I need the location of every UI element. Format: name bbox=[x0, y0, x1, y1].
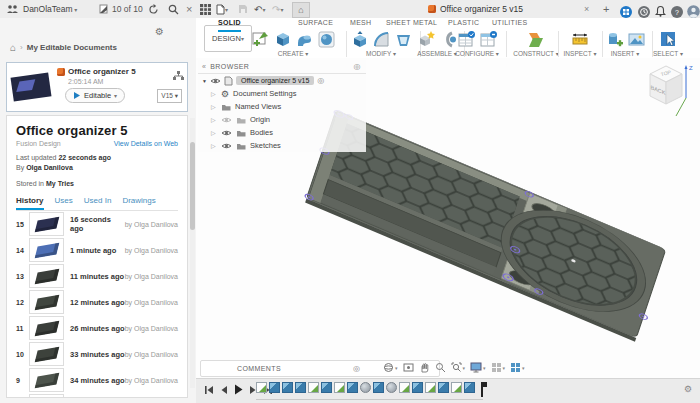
document-tab[interactable]: Office organizer 5 v15 bbox=[428, 0, 523, 18]
timeline-feature-sketch[interactable] bbox=[399, 382, 410, 393]
go-to-start-icon[interactable] bbox=[204, 385, 214, 395]
stored-folder[interactable]: My Tries bbox=[46, 180, 74, 187]
new-component-icon[interactable] bbox=[417, 30, 436, 49]
panel-settings-gear-icon[interactable]: ⚙ bbox=[155, 26, 164, 37]
job-status[interactable]: 10 of 10 bbox=[99, 0, 143, 18]
search-icon[interactable] bbox=[168, 0, 179, 18]
insert-derive-icon[interactable] bbox=[605, 30, 624, 49]
tab-history[interactable]: History bbox=[16, 196, 44, 210]
expand-icon[interactable]: ▼ bbox=[202, 78, 207, 84]
visibility-eye-icon[interactable] bbox=[210, 77, 221, 85]
ground-icon[interactable]: ◎ bbox=[317, 76, 324, 85]
version-row[interactable]: 8 36 minutes ago by Olga Danilova bbox=[16, 393, 178, 398]
active-document-card[interactable]: Office organizer 5 2:05:14 AM Editable V… bbox=[6, 62, 188, 112]
ribbon-tab-utilities[interactable]: UTILITIES bbox=[492, 19, 527, 30]
group-label-modify[interactable]: MODIFY bbox=[345, 50, 417, 57]
panel-scrollbar[interactable] bbox=[190, 118, 195, 388]
sweep-icon[interactable] bbox=[295, 30, 314, 49]
timeline-feature-extrude[interactable] bbox=[282, 382, 293, 393]
save-icon[interactable] bbox=[238, 0, 248, 18]
browser-root-label[interactable]: Office organizer 5 v15 bbox=[236, 76, 314, 85]
view-cube[interactable]: TOP BACK Z bbox=[638, 58, 694, 120]
pan-hand-icon[interactable] bbox=[419, 362, 430, 373]
timeline-feature-extrude[interactable] bbox=[347, 382, 358, 393]
shell-icon[interactable] bbox=[394, 30, 413, 49]
team-switcher[interactable]: DanOlaTeam bbox=[6, 0, 77, 18]
version-row[interactable]: 15 16 seconds ago by Olga Danilova bbox=[16, 211, 178, 237]
collapsed-icon[interactable]: ▷ bbox=[211, 116, 217, 123]
home-icon[interactable]: ⌂ bbox=[10, 42, 16, 53]
visibility-eye-icon[interactable] bbox=[221, 142, 232, 150]
collapse-browser-icon[interactable]: « bbox=[202, 63, 206, 70]
close-panel-icon[interactable]: × bbox=[186, 0, 192, 18]
timeline-feature-sketch[interactable] bbox=[334, 382, 345, 393]
extrude-icon[interactable] bbox=[273, 30, 292, 49]
new-tab-icon[interactable]: + bbox=[603, 0, 609, 18]
timeline-feature-extrude[interactable] bbox=[438, 382, 449, 393]
home-view-icon[interactable]: ⌂ bbox=[292, 2, 310, 18]
display-settings-icon[interactable]: ▾ bbox=[470, 362, 486, 373]
collapsed-icon[interactable]: ▷ bbox=[211, 103, 217, 110]
configure-table-icon[interactable] bbox=[457, 30, 476, 49]
ribbon-tab-sheetmetal[interactable]: SHEET METAL bbox=[386, 19, 437, 30]
timeline-feature-fillet[interactable] bbox=[360, 382, 371, 393]
editable-status-dropdown[interactable]: Editable bbox=[65, 88, 125, 103]
file-menu-icon[interactable] bbox=[216, 0, 228, 18]
timeline-feature-extrude[interactable] bbox=[373, 382, 384, 393]
view-details-link[interactable]: View Details on Web bbox=[114, 140, 178, 147]
breadcrumb-label[interactable]: My Editable Documents bbox=[27, 43, 117, 52]
look-at-icon[interactable] bbox=[403, 362, 414, 373]
construct-plane-icon[interactable] bbox=[525, 30, 547, 49]
browser-row-named-views[interactable]: ▷ Named Views bbox=[198, 100, 366, 113]
browser-row-origin[interactable]: ▷ Origin bbox=[198, 113, 366, 126]
play-icon[interactable] bbox=[234, 384, 243, 395]
version-row[interactable]: 13 11 minutes ago by Olga Danilova bbox=[16, 263, 178, 289]
undo-icon[interactable]: ↶ bbox=[254, 0, 265, 18]
grid-settings-icon[interactable]: ▾ bbox=[491, 362, 506, 373]
group-label-construct[interactable]: CONSTRUCT bbox=[513, 50, 559, 57]
timeline-feature-fillet[interactable] bbox=[386, 382, 397, 393]
visibility-off-eye-icon[interactable] bbox=[221, 116, 232, 124]
insert-image-icon[interactable] bbox=[627, 30, 646, 49]
collapsed-icon[interactable]: ▷ bbox=[211, 129, 217, 136]
timeline-feature-sketch[interactable] bbox=[308, 382, 319, 393]
timeline-settings-gear-icon[interactable]: ⚙ bbox=[684, 384, 692, 394]
version-row[interactable]: 11 26 minutes ago by Olga Danilova bbox=[16, 315, 178, 341]
configuration-icon[interactable] bbox=[479, 30, 498, 49]
orbit-icon[interactable]: ▾ bbox=[383, 362, 398, 373]
browser-root-row[interactable]: ▼ Office organizer 5 v15 ◎ bbox=[198, 74, 366, 87]
redo-icon[interactable]: ↷ bbox=[272, 0, 283, 18]
ribbon-tab-surface[interactable]: SURFACE bbox=[298, 19, 333, 30]
tab-used-in[interactable]: Used In bbox=[84, 196, 112, 210]
viewport-canvas[interactable]: « BROWSER ◎ ▼ Office organizer 5 v15 ◎ ▷… bbox=[196, 58, 700, 378]
version-row[interactable]: 14 1 minute ago by Olga Danilova bbox=[16, 237, 178, 263]
timeline-feature-extrude[interactable] bbox=[295, 382, 306, 393]
version-row[interactable]: 12 12 minutes ago by Olga Danilova bbox=[16, 289, 178, 315]
timeline-feature-extrude[interactable] bbox=[321, 382, 332, 393]
group-label-inspect[interactable]: INSPECT bbox=[560, 50, 600, 57]
browser-row-bodies[interactable]: ▷ Bodies bbox=[198, 126, 366, 139]
zoom-icon[interactable] bbox=[435, 362, 446, 373]
group-label-select[interactable]: SELECT bbox=[646, 50, 690, 57]
visibility-eye-icon[interactable] bbox=[221, 129, 232, 137]
fillet-icon[interactable] bbox=[372, 30, 391, 49]
browser-row-sketches[interactable]: ▷ Sketches bbox=[198, 139, 366, 152]
step-back-icon[interactable] bbox=[220, 385, 228, 395]
version-dropdown[interactable]: V15 ▾ bbox=[157, 89, 182, 103]
press-pull-icon[interactable] bbox=[350, 30, 369, 49]
tab-uses[interactable]: Uses bbox=[55, 196, 73, 210]
timeline-feature-sketch[interactable] bbox=[425, 382, 436, 393]
revolve-icon[interactable] bbox=[317, 30, 336, 49]
select-tool-icon[interactable] bbox=[659, 30, 678, 49]
timeline-feature-extrude[interactable] bbox=[464, 382, 475, 393]
viewports-icon[interactable]: ▾ bbox=[510, 362, 525, 373]
close-tab-icon[interactable]: × bbox=[584, 0, 589, 18]
collapsed-icon[interactable]: ▷ bbox=[211, 142, 217, 149]
browser-row-document-settings[interactable]: ▷ ⚙ Document Settings bbox=[198, 87, 366, 100]
browser-pin-icon[interactable]: ◎ bbox=[354, 62, 361, 71]
timeline-playhead[interactable] bbox=[481, 382, 483, 397]
collapsed-icon[interactable]: ▷ bbox=[211, 90, 217, 97]
hierarchy-icon[interactable] bbox=[173, 67, 184, 85]
create-sketch-icon[interactable] bbox=[251, 30, 270, 49]
timeline-feature-sketch[interactable] bbox=[256, 382, 267, 393]
